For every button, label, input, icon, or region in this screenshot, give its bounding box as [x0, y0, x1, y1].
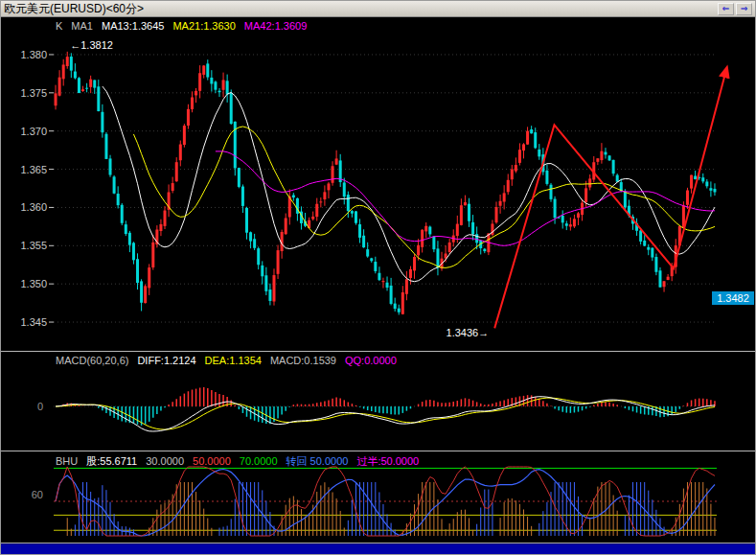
candlestick-chart: 1.3801.3751.3701.3651.3601.3551.3501.345… — [1, 17, 755, 351]
titlebar: 欧元美元(EURUSD)<60分> ⇐ ⇒ — [1, 1, 755, 17]
scrollbar-thumb[interactable] — [1, 544, 755, 554]
macd-zero-label: 0 — [37, 401, 43, 412]
window-title: 欧元美元(EURUSD)<60分> — [4, 1, 144, 17]
macd-chart: 0 — [1, 352, 755, 451]
macd-panel[interactable]: MACD(60,20,6)DIFF:1.2124DEA:1.1354MACD:0… — [1, 351, 755, 451]
svg-text:1.380: 1.380 — [20, 49, 47, 60]
trend-arrow-annotation — [494, 68, 726, 328]
bhu-axis-label: 60 — [32, 489, 43, 500]
bhu-signal-spikes — [67, 482, 715, 536]
last-price-badge: 1.3482 — [712, 291, 754, 305]
price-gridlines: 1.3801.3751.3701.3651.3601.3551.3501.345 — [20, 49, 717, 328]
bhu-panel[interactable]: BHU股:55.671130.000050.000070.0000转回 50.0… — [1, 451, 755, 543]
main-chart-panel[interactable]: KMA1MA13:1.3645MA21:1.3630MA42:1.3609 1.… — [1, 17, 755, 351]
svg-text:1.375: 1.375 — [20, 87, 47, 99]
svg-text:1.350: 1.350 — [20, 278, 47, 289]
nav-forward-button[interactable]: ⇒ — [736, 3, 752, 15]
ma-lines — [103, 86, 715, 282]
nav-buttons: ⇐ ⇒ — [718, 3, 752, 15]
svg-text:1.345: 1.345 — [20, 316, 47, 328]
horizontal-scrollbar[interactable] — [1, 543, 755, 555]
svg-text:1.365: 1.365 — [20, 164, 47, 175]
app-window: 欧元美元(EURUSD)<60分> ⇐ ⇒ KMA1MA13:1.3645MA2… — [0, 0, 756, 555]
bhu-chart: 60 — [1, 451, 755, 543]
low-price-annotation: 1.3436→ — [447, 327, 490, 338]
diff-line — [56, 397, 715, 431]
svg-text:1.355: 1.355 — [20, 240, 47, 251]
bhu-blue-line — [56, 470, 715, 537]
nav-back-button[interactable]: ⇐ — [718, 3, 734, 15]
high-price-annotation: ←1.3812 — [70, 39, 113, 51]
svg-text:1.360: 1.360 — [20, 201, 47, 213]
svg-text:1.370: 1.370 — [20, 126, 47, 137]
dea-line — [56, 398, 715, 429]
